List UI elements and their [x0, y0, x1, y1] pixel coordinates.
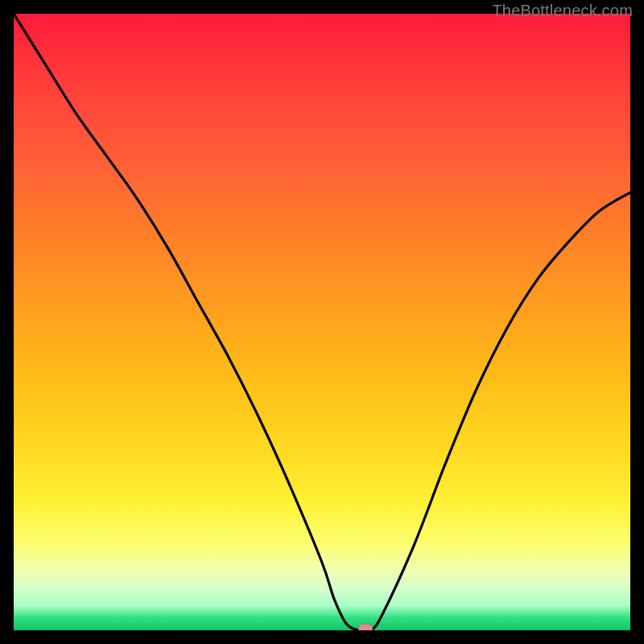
optimal-point-marker: [358, 624, 373, 630]
plot-area: [14, 14, 630, 630]
plot-inner: [14, 14, 630, 630]
bottleneck-curve: [14, 14, 630, 630]
chart-frame: TheBottleneck.com: [0, 0, 644, 644]
watermark-text: TheBottleneck.com: [492, 2, 633, 20]
